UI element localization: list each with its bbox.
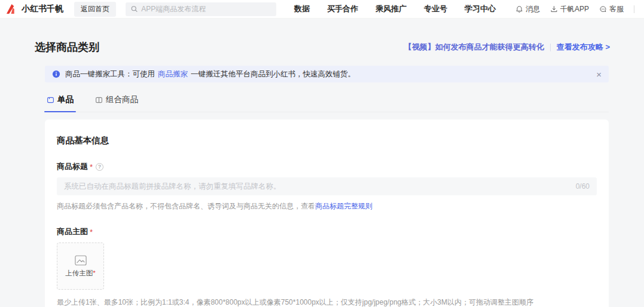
banner-text-suffix: 一键搬迁其他平台商品到小红书，快速高效铺货。 bbox=[191, 69, 355, 79]
title-rules-link[interactable]: 商品标题完整规则 bbox=[315, 202, 373, 210]
section-title-basic-info: 商品基本信息 bbox=[57, 135, 597, 146]
product-title-field[interactable]: 0/60 bbox=[57, 177, 597, 195]
brand-title: 小红书千帆 bbox=[22, 4, 63, 14]
qianfan-logo-icon bbox=[6, 4, 17, 15]
banner-text-prefix: 商品一键搬家工具：可使用 bbox=[65, 69, 155, 79]
topbar-right-actions: 消息 千帆APP 客服 bbox=[515, 4, 634, 14]
product-title-input[interactable] bbox=[64, 182, 570, 191]
nav-item-data[interactable]: 数据 bbox=[294, 4, 310, 14]
nav-item-pro-account[interactable]: 专业号 bbox=[424, 4, 447, 14]
back-home-button[interactable]: 返回首页 bbox=[74, 2, 116, 17]
search-icon bbox=[131, 5, 138, 13]
product-basic-info-card: 商品基本信息 商品标题 * ? 0/60 商品标题必须包含产品名称，不得包含品牌… bbox=[45, 119, 609, 307]
main-image-label: 商品主图 bbox=[57, 226, 88, 237]
main-image-helper-text: 最少上传1张、最多10张；比例为1:1或3:4，像素800*800px以上或像素… bbox=[57, 297, 597, 307]
tab-single-product[interactable]: 单品 .tab.active::after{background:#4a66e8… bbox=[47, 94, 74, 112]
nav-item-buyer-coop[interactable]: 买手合作 bbox=[327, 4, 358, 14]
messages-action[interactable]: 消息 bbox=[515, 4, 540, 14]
page-title: 选择商品类别 bbox=[35, 40, 99, 54]
customer-service-action[interactable]: 客服 bbox=[599, 4, 624, 14]
upload-label-text: 上传主图 bbox=[65, 269, 93, 277]
title-required-mark: * bbox=[90, 162, 93, 171]
title-helper-prefix: 商品标题必须包含产品名称，不得包含品牌名、诱导词及与商品无关的信息，查看 bbox=[57, 202, 315, 210]
tab-single-label: 单品 bbox=[57, 94, 74, 105]
main-image-required-mark: * bbox=[90, 228, 93, 237]
qianfan-app-action[interactable]: 千帆APP bbox=[550, 4, 589, 14]
migrate-tool-link[interactable]: 商品搬家 bbox=[158, 69, 188, 79]
chat-icon bbox=[599, 5, 607, 13]
image-placeholder-icon bbox=[75, 255, 87, 266]
video-tutorial-link[interactable]: 【视频】如何发布商品才能获得更高转化 bbox=[404, 42, 544, 53]
customer-service-label: 客服 bbox=[609, 4, 624, 14]
upload-required-mark: * bbox=[93, 269, 95, 277]
tab-combo-label: 组合商品 bbox=[106, 94, 138, 105]
product-type-tabs: 单品 .tab.active::after{background:#4a66e8… bbox=[47, 94, 609, 112]
upload-main-image-button[interactable]: 上传主图* bbox=[57, 242, 104, 290]
search-box[interactable] bbox=[126, 2, 276, 16]
publish-guide-link[interactable]: 查看发布攻略 > bbox=[557, 42, 610, 53]
title-field-label: 商品标题 bbox=[57, 161, 88, 172]
info-banner: 商品一键搬家工具：可使用 商品搬家 一键搬迁其他平台商品到小红书，快速高效铺货。… bbox=[45, 66, 609, 82]
char-counter: 0/60 bbox=[576, 182, 590, 191]
single-product-icon bbox=[47, 96, 54, 104]
banner-close-icon[interactable]: × bbox=[596, 70, 602, 79]
main-image-label-row: 商品主图 * bbox=[57, 226, 597, 237]
page-title-row: 选择商品类别 【视频】如何发布商品才能获得更高转化 查看发布攻略 > bbox=[35, 40, 610, 54]
top-nav: 数据 买手合作 乘风推广 专业号 学习中心 bbox=[294, 4, 496, 14]
top-bar: 小红书千帆 返回首页 数据 买手合作 乘风推广 专业号 学习中心 消息 千帆AP… bbox=[0, 0, 644, 19]
nav-item-learning-center[interactable]: 学习中心 bbox=[465, 4, 496, 14]
qianfan-app-label: 千帆APP bbox=[560, 4, 589, 14]
upload-label: 上传主图* bbox=[65, 269, 95, 278]
search-input[interactable] bbox=[141, 5, 271, 13]
title-links: 【视频】如何发布商品才能获得更高转化 查看发布攻略 > bbox=[404, 42, 610, 53]
title-help-icon[interactable]: ? bbox=[96, 163, 103, 171]
download-icon bbox=[550, 5, 558, 13]
title-helper-text: 商品标题必须包含产品名称，不得包含品牌名、诱导词及与商品无关的信息，查看商品标题… bbox=[57, 201, 597, 211]
title-field-label-row: 商品标题 * ? bbox=[57, 161, 597, 172]
tab-combo-product[interactable]: 组合商品 bbox=[95, 94, 138, 112]
nav-item-promotion[interactable]: 乘风推广 bbox=[376, 4, 407, 14]
topbar-divider bbox=[634, 5, 634, 13]
messages-label: 消息 bbox=[526, 4, 540, 14]
combo-product-icon bbox=[95, 96, 103, 104]
links-divider bbox=[550, 44, 551, 51]
info-icon bbox=[52, 70, 60, 78]
bell-icon bbox=[515, 5, 523, 13]
